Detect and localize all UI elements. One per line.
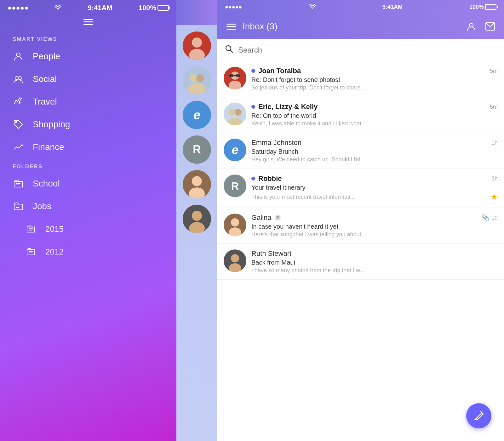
folder-jobs-icon [13, 201, 24, 212]
svg-point-4 [15, 122, 17, 123]
wifi-icon [54, 4, 61, 12]
avatar-galina [183, 170, 211, 198]
sidebar-item-jobs[interactable]: Jobs [0, 195, 176, 218]
right-time: 9:41AM [382, 4, 403, 10]
sender-name: Ruth Stewart [251, 249, 291, 258]
sidebar-item-shopping[interactable]: Shopping [0, 113, 176, 136]
svg-point-0 [58, 9, 59, 10]
chart-icon [13, 141, 24, 153]
compose-header-button[interactable] [484, 20, 496, 33]
svg-point-1 [16, 53, 20, 57]
unread-indicator [251, 69, 255, 73]
svg-rect-34 [229, 74, 234, 77]
svg-point-26 [312, 8, 313, 9]
sidebar-item-travel[interactable]: Travel [0, 90, 176, 113]
email-subject: Back from Maui [251, 259, 498, 266]
email-list: Joan Toralba 5m Re: Don't forget to send… [217, 61, 504, 441]
svg-point-19 [188, 83, 206, 94]
right-panel: ●●●●● 9:41AM 100% Inbox (3) [217, 0, 504, 441]
sender-name: Emma Johnston [251, 139, 301, 147]
avatar-joan [183, 32, 211, 60]
email-item-emma[interactable]: e Emma Johnston 1h Saturday Brunch Hey g… [217, 133, 504, 169]
email-time: 1h [491, 140, 498, 146]
email-item-robbie[interactable]: R Robbie 3h Your travel itinerary This i… [217, 169, 504, 208]
email-subject: Re: On top of the world [251, 112, 498, 119]
sidebar-item-school[interactable]: School [0, 172, 176, 195]
sender-name: Galina [251, 214, 272, 222]
star-icon: ★ [490, 192, 498, 202]
email-item-eric[interactable]: Eric, Lizzy & Kelly 5m Re: On top of the… [217, 97, 504, 133]
tag-icon [13, 119, 24, 130]
sidebar-item-people[interactable]: People [0, 45, 176, 68]
avatar-eric-list [224, 103, 246, 125]
email-content-joan: Joan Toralba 5m Re: Don't forget to send… [251, 67, 498, 91]
email-subject: In case you haven't heard it yet [251, 223, 498, 230]
avatar-strip: e R [176, 25, 217, 239]
inbox-menu-button[interactable] [225, 20, 238, 33]
svg-point-2 [15, 77, 18, 80]
svg-point-21 [192, 176, 202, 186]
svg-point-38 [228, 109, 235, 116]
sidebar-item-finance[interactable]: Finance [0, 136, 176, 158]
profile-button[interactable] [465, 20, 478, 33]
battery-icon [158, 5, 169, 11]
travel-icon [13, 96, 24, 107]
sidebar-item-social[interactable]: Social [0, 68, 176, 90]
compose-fab-button[interactable] [466, 403, 491, 428]
email-item-galina[interactable]: Galina 2 📎 1d In case you haven't heard … [217, 208, 504, 244]
left-menu-button[interactable] [0, 16, 176, 31]
right-status-bar: ●●●●● 9:41AM 100% [217, 0, 504, 14]
sidebar-item-2012[interactable]: 2012 [0, 240, 176, 263]
people-label: People [33, 51, 60, 61]
middle-header [176, 0, 217, 25]
jobs-label: Jobs [33, 201, 51, 211]
svg-point-18 [196, 74, 204, 82]
right-wifi-icon [309, 4, 316, 10]
inbox-header-left: Inbox (3) [225, 20, 278, 33]
email-subject: Your travel itinerary [251, 184, 498, 191]
email-content-ruth: Ruth Stewart Back from Maui I have so ma… [251, 249, 498, 274]
avatar-robbie: R [183, 135, 211, 164]
folder-2015-icon [25, 223, 37, 235]
email-subject: Re: Don't forget to send photos! [251, 76, 498, 83]
left-panel: ●●●●● 9:41AM 100% SMART VIEWS [0, 0, 176, 441]
search-input[interactable] [238, 46, 496, 54]
svg-rect-35 [236, 74, 240, 77]
left-time: 9:41AM [88, 4, 112, 12]
svg-point-24 [192, 211, 202, 221]
folder-2012-icon [25, 246, 37, 257]
avatar-eric [183, 66, 211, 94]
avatar-ruth-list [224, 249, 246, 272]
svg-point-45 [231, 254, 239, 262]
email-preview: This is your most recent travel informat… [251, 194, 490, 200]
signal-dots: ●●●●● [8, 4, 28, 12]
search-icon [225, 45, 233, 55]
inbox-header: Inbox (3) [217, 14, 504, 39]
email-preview: Kevin, I was able to make it and I liked… [251, 120, 498, 127]
sidebar-item-2015[interactable]: 2015 [0, 218, 176, 240]
right-battery-icon [485, 4, 496, 10]
thread-badge: 2 [275, 215, 281, 220]
folders-label: FOLDERS [0, 158, 176, 172]
svg-point-39 [235, 109, 242, 116]
sender-name: Eric, Lizzy & Kelly [258, 103, 318, 111]
left-battery: 100% [139, 4, 169, 12]
email-item-ruth[interactable]: Ruth Stewart Back from Maui I have so ma… [217, 244, 504, 280]
email-time: 5m [490, 68, 498, 74]
avatar-robbie-list: R [224, 175, 246, 197]
svg-point-14 [192, 37, 202, 48]
avatar-ruth [183, 205, 211, 233]
unread-indicator [251, 177, 255, 180]
email-item-joan[interactable]: Joan Toralba 5m Re: Don't forget to send… [217, 61, 504, 97]
smart-views-label: SMART VIEWS [0, 31, 176, 45]
email-preview: Here's that song that I was telling you … [251, 231, 498, 238]
folder-school-icon [13, 178, 24, 189]
email-content-eric: Eric, Lizzy & Kelly 5m Re: On top of the… [251, 103, 498, 127]
email-time: 1d [491, 215, 498, 221]
email-content-robbie: Robbie 3h Your travel itinerary This is … [251, 175, 498, 202]
social-label: Social [33, 74, 57, 84]
unread-indicator [251, 105, 255, 109]
email-content-emma: Emma Johnston 1h Saturday Brunch Hey gir… [251, 139, 498, 163]
svg-point-42 [231, 218, 239, 226]
sender-name: Robbie [258, 175, 282, 183]
